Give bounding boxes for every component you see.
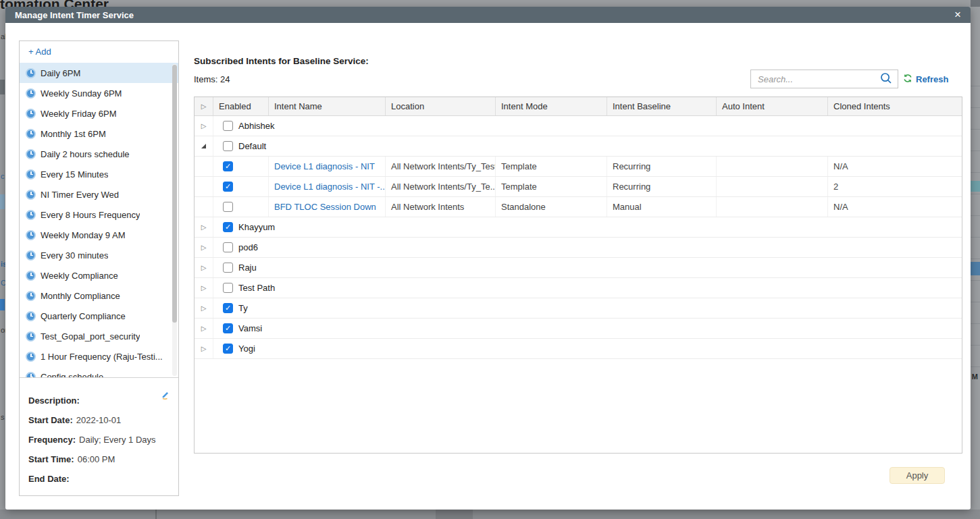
timer-item-label: Weekly Monday 9 AM: [41, 230, 125, 240]
intent-name-cell: BFD TLOC Session Down: [269, 197, 386, 217]
timer-list-item[interactable]: Weekly Sunday 6PM: [20, 83, 178, 103]
group-name: Vamsi: [238, 323, 262, 333]
expander-cell: [195, 177, 213, 196]
timer-sidebar: + Add Daily 6PMWeekly Sunday 6PMWeekly F…: [19, 40, 179, 496]
clock-icon: [26, 190, 36, 200]
timer-list-item[interactable]: 1 Hour Frequency (Raju-Testi...: [20, 346, 178, 366]
timer-list-item[interactable]: Weekly Friday 6PM: [20, 103, 178, 124]
expander-icon[interactable]: [201, 305, 207, 312]
timer-list-item[interactable]: Weekly Monday 9 AM: [20, 225, 178, 245]
clock-icon: [26, 88, 36, 99]
expander-icon[interactable]: [201, 123, 207, 130]
enabled-checkbox[interactable]: [223, 141, 233, 151]
enabled-checkbox[interactable]: [223, 121, 233, 131]
group-name: Default: [238, 141, 266, 151]
timer-list-item[interactable]: Daily 2 hours schedule: [20, 144, 178, 164]
clock-icon: [26, 149, 36, 159]
timer-item-label: NI Timer Every Wed: [41, 190, 119, 200]
timer-list-item[interactable]: Every 15 Minutes: [20, 164, 178, 184]
expander-cell: [195, 217, 213, 237]
cloned-intents-cell: N/A: [828, 157, 962, 176]
timer-item-label: Every 15 Minutes: [41, 169, 108, 180]
enabled-checkbox[interactable]: [223, 323, 233, 333]
expander-icon[interactable]: [201, 224, 207, 231]
timer-item-label: Weekly Sunday 6PM: [41, 88, 122, 99]
enabled-checkbox[interactable]: [223, 182, 233, 192]
timer-item-label: Monthly 1st 6PM: [41, 129, 106, 139]
group-name: Test Path: [238, 283, 275, 293]
expander-icon[interactable]: [201, 346, 207, 352]
search-input[interactable]: [751, 74, 880, 84]
detail-label: Start Time:: [28, 454, 74, 464]
background-fragment: s: [1, 413, 5, 421]
enabled-checkbox[interactable]: [223, 242, 233, 252]
timer-item-label: 1 Hour Frequency (Raju-Testi...: [41, 352, 163, 362]
timer-list-item[interactable]: Daily 6PM: [20, 63, 178, 83]
expander-cell: [195, 278, 213, 298]
expander-cell: [195, 136, 213, 156]
refresh-label: Refresh: [916, 74, 948, 84]
detail-value: 2022-10-01: [76, 415, 122, 425]
intent-name-cell: Device L1 diagnosis - NIT: [269, 157, 386, 176]
apply-button[interactable]: Apply: [889, 467, 945, 484]
refresh-button[interactable]: Refresh: [903, 74, 948, 85]
enabled-checkbox[interactable]: [223, 202, 233, 212]
edit-pencil-icon[interactable]: [160, 390, 170, 402]
enabled-checkbox[interactable]: [223, 303, 233, 313]
add-timer-button[interactable]: + Add: [20, 41, 178, 63]
expander-cell: [195, 157, 213, 176]
expander-cell: [195, 298, 213, 318]
expander-icon[interactable]: [201, 103, 207, 110]
modal-header: Manage Intent Timer Service ×: [5, 7, 971, 23]
group-cell: Test Path: [213, 278, 962, 298]
intent-mode-cell: Template: [496, 177, 607, 196]
expander-icon[interactable]: [201, 144, 206, 148]
background-fragment: c: [1, 172, 5, 180]
detail-row: Frequency:Daily; Every 1 Days: [28, 435, 170, 454]
enabled-cell: [213, 157, 269, 176]
intent-baseline-cell: Manual: [607, 197, 717, 217]
search-icon[interactable]: [880, 72, 892, 86]
expander-icon[interactable]: [201, 325, 207, 332]
location-cell: All Network Intents/Ty_Te...: [386, 177, 496, 196]
group-cell: Ty: [213, 298, 962, 318]
manage-intent-timer-modal: Manage Intent Timer Service × + Add Dail…: [5, 7, 971, 510]
table-row: Vamsi: [195, 319, 962, 339]
column-header: Auto Intent: [717, 97, 828, 115]
timer-list-item[interactable]: Monthly Compliance: [20, 285, 178, 306]
detail-label: End Date:: [28, 474, 70, 484]
timer-list-item[interactable]: Quarterly Compliance: [20, 306, 178, 326]
cloned-intents-cell: 2: [828, 177, 962, 196]
timer-item-label: Every 8 Hours Frequency: [41, 210, 140, 220]
enabled-checkbox[interactable]: [223, 283, 233, 293]
enabled-checkbox[interactable]: [223, 222, 233, 232]
intent-name-link[interactable]: Device L1 diagnosis - NIT: [274, 161, 375, 171]
close-icon[interactable]: ×: [954, 7, 961, 22]
subscribed-intents-heading: Subscribed Intents for Baseline Service:: [194, 56, 369, 66]
timer-list-scrollbar-thumb[interactable]: [172, 65, 177, 323]
intent-baseline-cell: Recurring: [607, 157, 717, 176]
clock-icon: [26, 230, 36, 240]
timer-list-item[interactable]: Weekly Compliance: [20, 265, 178, 285]
intent-name-link[interactable]: BFD TLOC Session Down: [274, 202, 376, 212]
expander-icon[interactable]: [201, 244, 207, 251]
expander-icon[interactable]: [201, 285, 207, 292]
table-row: Device L1 diagnosis - NIT -...All Networ…: [195, 177, 962, 197]
location-cell: All Network Intents: [386, 197, 496, 217]
expander-icon[interactable]: [201, 265, 207, 271]
search-box: [750, 70, 898, 88]
timer-list-item[interactable]: Every 30 minutes: [20, 245, 178, 265]
timer-list-item[interactable]: Monthly 1st 6PM: [20, 124, 178, 144]
enabled-checkbox[interactable]: [223, 344, 233, 354]
clock-icon: [26, 129, 36, 139]
enabled-checkbox[interactable]: [223, 161, 233, 171]
column-header: Enabled: [213, 97, 269, 115]
intent-name-link[interactable]: Device L1 diagnosis - NIT -...: [274, 182, 386, 192]
timer-list-item[interactable]: Config schedule: [20, 366, 178, 377]
timer-list-item[interactable]: Test_Gopal_port_security: [20, 326, 178, 346]
enabled-checkbox[interactable]: [223, 263, 233, 273]
timer-list-item[interactable]: NI Timer Every Wed: [20, 184, 178, 204]
modal-title: Manage Intent Timer Service: [5, 10, 134, 20]
timer-list-item[interactable]: Every 8 Hours Frequency: [20, 204, 178, 225]
clock-icon: [26, 352, 36, 362]
